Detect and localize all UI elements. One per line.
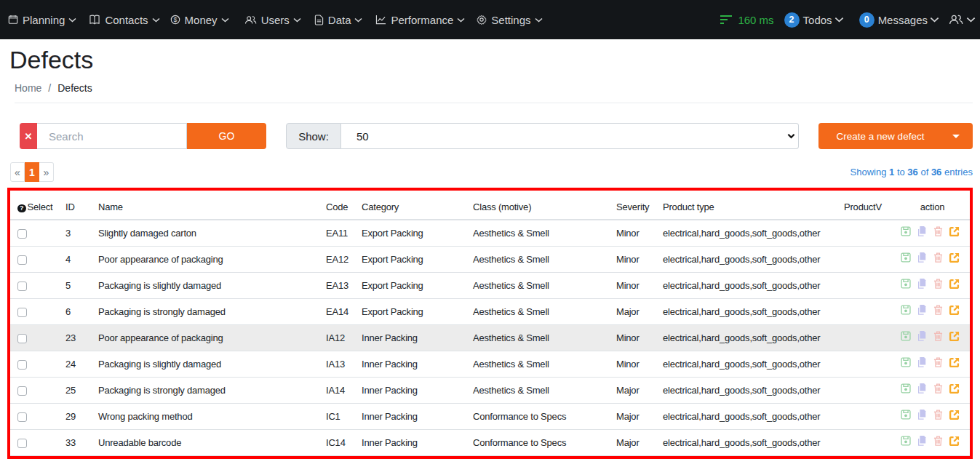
svg-text:$: $	[173, 16, 177, 23]
